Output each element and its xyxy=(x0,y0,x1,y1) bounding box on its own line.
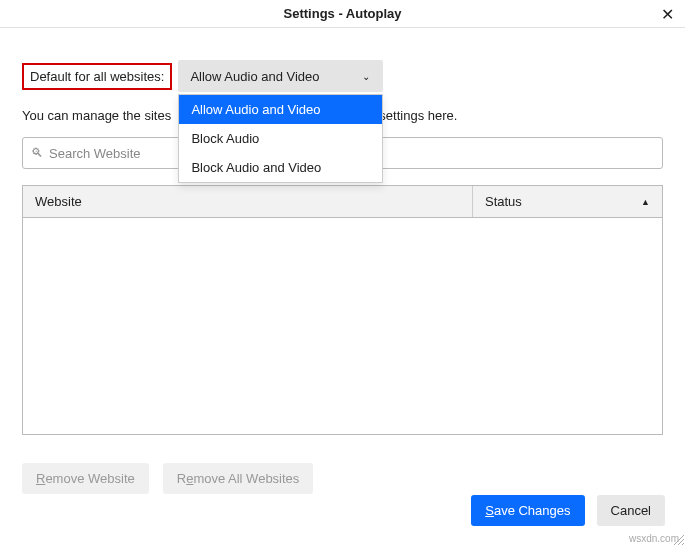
remove-all-websites-button[interactable]: Remove All Websites xyxy=(163,463,314,494)
watermark-text: wsxdn.com xyxy=(629,533,679,544)
table-body xyxy=(23,218,662,434)
dropdown-option-block-av[interactable]: Block Audio and Video xyxy=(179,153,382,182)
websites-table: Website Status ▲ xyxy=(22,185,663,435)
close-button[interactable]: ✕ xyxy=(657,4,677,24)
dialog-header: Settings - Autoplay ✕ xyxy=(0,0,685,28)
save-changes-button[interactable]: Save Changes xyxy=(471,495,584,526)
search-icon: 🔍︎ xyxy=(31,146,43,160)
svg-line-2 xyxy=(682,543,684,545)
sort-ascending-icon: ▲ xyxy=(641,197,650,207)
column-header-status[interactable]: Status ▲ xyxy=(473,186,662,217)
cancel-button[interactable]: Cancel xyxy=(597,495,665,526)
table-header: Website Status ▲ xyxy=(23,186,662,218)
chevron-down-icon: ⌄ xyxy=(361,71,371,81)
dropdown-option-allow-av[interactable]: Allow Audio and Video xyxy=(179,95,382,124)
dropdown-option-block-audio[interactable]: Block Audio xyxy=(179,124,382,153)
close-icon: ✕ xyxy=(661,5,674,24)
dropdown-selected-value: Allow Audio and Video xyxy=(190,69,319,84)
default-websites-label: Default for all websites: xyxy=(22,63,172,90)
remove-all-suffix: move All Websites xyxy=(193,471,299,486)
column-header-website[interactable]: Website xyxy=(23,186,473,217)
remove-website-button[interactable]: Remove Website xyxy=(22,463,149,494)
dropdown-menu: Allow Audio and Video Block Audio Block … xyxy=(178,94,383,183)
default-autoplay-dropdown[interactable]: Allow Audio and Video ⌄ Allow Audio and … xyxy=(178,60,383,92)
dialog-title: Settings - Autoplay xyxy=(284,6,402,21)
